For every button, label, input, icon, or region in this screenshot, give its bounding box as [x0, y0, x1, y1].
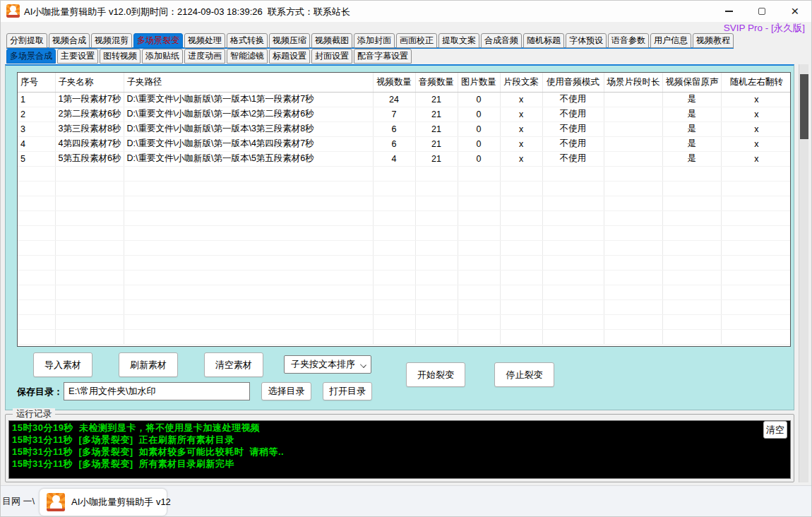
app-window: AI小咖批量剪辑助手 v12.0 到期时间：2124-09-03 18:39:2…: [0, 0, 812, 517]
tab-row-1: 分割提取视频合成视频混剪多场景裂变视频处理格式转换视频压缩视频截图添加封面画面校…: [6, 33, 734, 48]
table-empty-row: [18, 314, 791, 329]
open-dir-button[interactable]: 打开目录: [323, 382, 372, 400]
chevron-down-icon: [360, 362, 366, 368]
tab-进度动画[interactable]: 进度动画: [184, 49, 225, 64]
table-empty-row: [18, 181, 791, 196]
column-header: 序号: [18, 73, 55, 92]
clear-material-button[interactable]: 清空素材: [204, 352, 263, 377]
table-empty-row: [18, 210, 791, 225]
refresh-material-button[interactable]: 刷新素材: [119, 352, 178, 377]
log-line: 15时31分11秒 [多场景裂变] 所有素材目录刷新完毕: [12, 458, 787, 470]
column-header: 图片数量: [458, 73, 500, 92]
log-line: 15时31分11秒 [多场景裂变] 如素材较多可能比较耗时 请稍等..: [12, 446, 787, 458]
import-material-button[interactable]: 导入素材: [33, 352, 92, 377]
start-fission-button[interactable]: 开始裂变: [406, 362, 465, 387]
tab-标题设置[interactable]: 标题设置: [269, 49, 310, 64]
material-table: 序号子夹名称子夹路径视频数量音频数量图片数量片段文案使用音频模式场景片段时长视频…: [17, 72, 791, 347]
column-header: 子夹名称: [55, 73, 124, 92]
table-empty-row: [18, 196, 791, 210]
tab-多场景合成[interactable]: 多场景合成: [6, 49, 56, 64]
table-empty-row: [18, 255, 791, 270]
column-header: 视频数量: [373, 73, 415, 92]
tab-视频教程[interactable]: 视频教程: [693, 33, 734, 48]
table-empty-row: [18, 166, 791, 181]
tab-用户信息[interactable]: 用户信息: [650, 33, 691, 48]
table-empty-row: [18, 240, 791, 255]
column-header: 片段文案: [500, 73, 542, 92]
license-badge: SVIP Pro - [永久版]: [724, 22, 805, 35]
app-logo-icon: [6, 4, 20, 18]
tab-配音字幕设置[interactable]: 配音字幕设置: [354, 49, 412, 64]
tab-语音参数[interactable]: 语音参数: [608, 33, 649, 48]
background-window-text: 目网 一\: [2, 495, 35, 508]
stop-fission-button[interactable]: 停止裂变: [494, 362, 554, 387]
tab-智能滤镜[interactable]: 智能滤镜: [227, 49, 268, 64]
column-header: 使用音频模式: [542, 73, 604, 92]
maximize-button[interactable]: [746, 1, 779, 22]
contact-text: 联系方式：联系站长: [268, 6, 350, 18]
column-header: 视频保留原声: [662, 73, 721, 92]
close-icon: ×: [791, 8, 799, 15]
log-console: 15时30分19秒 未检测到显卡，将不使用显卡加速处理视频15时31分11秒 […: [8, 420, 791, 479]
tab-多场景裂变[interactable]: 多场景裂变: [133, 33, 183, 48]
tab-添加贴纸[interactable]: 添加贴纸: [142, 49, 183, 64]
save-dir-input[interactable]: [64, 382, 250, 400]
tab-画面校正[interactable]: 画面校正: [396, 33, 437, 48]
taskbar-app-label: AI小咖批量剪辑助手 v12: [71, 496, 171, 509]
tab-分割提取[interactable]: 分割提取: [6, 33, 47, 48]
table-row[interactable]: 22第二段素材6秒D:\重要文件\小咖新版\第一版本\2第二段素材6秒7210x…: [18, 107, 791, 121]
tab-提取文案[interactable]: 提取文案: [438, 33, 479, 48]
run-log-groupbox: 运行记录 15时30分19秒 未检测到显卡，将不使用显卡加速处理视频15时31分…: [5, 414, 794, 482]
column-header: 子夹路径: [124, 73, 373, 92]
table-row[interactable]: 44第四段素材7秒D:\重要文件\小咖新版\第一版本\4第四段素材7秒6210x…: [18, 136, 791, 151]
minimize-icon: [725, 11, 733, 12]
scrollbar-thumb[interactable]: [800, 74, 808, 139]
table-empty-row: [18, 285, 791, 299]
tab-添加封面[interactable]: 添加封面: [354, 33, 395, 48]
table-empty-row: [18, 299, 791, 314]
tab-合成音频[interactable]: 合成音频: [481, 33, 522, 48]
minimize-button[interactable]: [712, 1, 746, 22]
table-row[interactable]: 55第五段素材6秒D:\重要文件\小咖新版\第一版本\5第五段素材6秒4210x…: [18, 151, 791, 166]
log-line: 15时30分19秒 未检测到显卡，将不使用显卡加速处理视频: [12, 422, 787, 434]
table-empty-row: [18, 225, 791, 240]
column-header: 随机左右翻转: [721, 73, 791, 92]
tab-主要设置[interactable]: 主要设置: [57, 49, 98, 64]
vertical-scrollbar[interactable]: [799, 64, 808, 482]
tab-视频处理[interactable]: 视频处理: [184, 33, 225, 48]
log-clear-button[interactable]: 清空: [763, 421, 787, 439]
tab-视频截图[interactable]: 视频截图: [311, 33, 352, 48]
title-bar: AI小咖批量剪辑助手 v12.0 到期时间：2124-09-03 18:39:2…: [1, 1, 811, 22]
app-logo-icon: [47, 493, 65, 511]
close-button[interactable]: ×: [778, 1, 811, 22]
log-line: 15时31分11秒 [多场景裂变] 正在刷新所有素材目录: [12, 434, 787, 446]
expire-time-text: 到期时间：2124-09-03 18:39:26: [131, 6, 263, 18]
multiscene-panel: 序号子夹名称子夹路径视频数量音频数量图片数量片段文案使用音频模式场景片段时长视频…: [5, 64, 794, 410]
column-header: 音频数量: [415, 73, 458, 92]
table-empty-row: [18, 270, 791, 285]
tab-格式转换[interactable]: 格式转换: [227, 33, 268, 48]
table-row[interactable]: 11第一段素材7秒D:\重要文件\小咖新版\第一版本\1第一段素材7秒24210…: [18, 92, 791, 107]
tab-视频混剪[interactable]: 视频混剪: [91, 33, 132, 48]
maximize-icon: [758, 8, 765, 15]
choose-dir-button[interactable]: 选择目录: [261, 382, 311, 400]
tab-字体预设[interactable]: 字体预设: [566, 33, 607, 48]
sort-order-select[interactable]: 子夹按文本排序: [284, 355, 371, 374]
window-title: AI小咖批量剪辑助手 v12.0: [24, 6, 131, 18]
taskbar: 目网 一\ AI小咖批量剪辑助手 v12: [1, 485, 811, 517]
table-empty-row: [18, 329, 791, 344]
taskbar-app-button[interactable]: AI小咖批量剪辑助手 v12: [40, 489, 167, 516]
window-controls: ×: [712, 1, 811, 22]
save-dir-label: 保存目录：: [17, 386, 63, 398]
tab-随机标题[interactable]: 随机标题: [523, 33, 564, 48]
tab-图转视频[interactable]: 图转视频: [100, 49, 141, 64]
sort-order-value: 子夹按文本排序: [291, 358, 355, 371]
tab-封面设置[interactable]: 封面设置: [311, 49, 352, 64]
run-log-title: 运行记录: [13, 408, 55, 420]
tab-视频合成[interactable]: 视频合成: [49, 33, 90, 48]
tab-row-2: 多场景合成主要设置图转视频添加贴纸进度动画智能滤镜标题设置封面设置配音字幕设置: [6, 49, 412, 64]
table-row[interactable]: 33第三段素材8秒D:\重要文件\小咖新版\第一版本\3第三段素材8秒6210x…: [18, 121, 791, 136]
table-header: 序号子夹名称子夹路径视频数量音频数量图片数量片段文案使用音频模式场景片段时长视频…: [18, 73, 791, 92]
tab-视频压缩[interactable]: 视频压缩: [269, 33, 310, 48]
column-header: 场景片段时长: [604, 73, 662, 92]
